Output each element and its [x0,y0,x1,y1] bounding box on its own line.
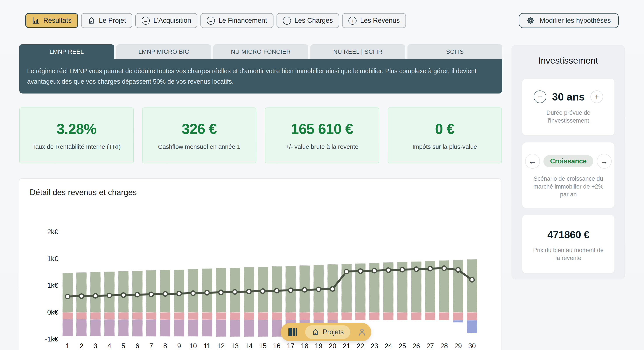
scenario-card: ← Croissance → Scénario de croissance du… [522,142,614,208]
cashflow-point [316,287,321,292]
metric-card-plus-value: 165 610 € +/- value brute à la revente [265,107,379,163]
scenario-value-badge: Croissance [544,155,593,167]
cashflow-point [330,287,335,291]
tab-nu-micro-foncier[interactable]: NU MICRO FONCIER [213,44,308,59]
nav-button-label: Le Financement [218,16,267,24]
resale-price-value: 471860 € [548,229,589,241]
cashflow-point [344,269,349,274]
cashflow-point [260,289,265,293]
nav-button-revenus[interactable]: ↑ Les Revenus [342,13,406,28]
cashflow-point [274,289,279,293]
home-icon [88,16,95,24]
cashflow-point [442,266,446,270]
cashflow-point [93,294,98,298]
cashflow-point [219,290,223,295]
nav-button-label: Les Revenus [360,16,400,24]
tab-sci-is[interactable]: SCI IS [408,44,502,59]
cashflow-point [288,288,293,293]
arrow-right-circle-icon: → [207,16,215,25]
cashflow-point [121,293,126,297]
scenario-prev-button[interactable]: ← [525,154,540,169]
cashflow-point [205,291,209,295]
nav-button-label: Les Charges [294,16,333,24]
bar-chart-icon [32,16,40,24]
duration-caption: Durée prévue de l'investissement [536,109,601,124]
nav-button-resultats[interactable]: Résultats [25,13,78,28]
cashflow-point [135,293,140,297]
cashflow-point [414,267,418,271]
person-icon[interactable] [358,328,366,337]
metric-value: 0 € [435,121,454,137]
nav-button-charges[interactable]: ↓ Les Charges [276,13,339,28]
metric-card-impots: 0 € Impôts sur la plus-value [388,107,502,163]
resale-price-caption: Prix du bien au moment de la revente [532,246,604,262]
cashflow-point [79,294,84,299]
duration-card: − 30 ans + Durée prévue de l'investissem… [522,79,614,135]
nav-button-label: L'Acquisition [153,16,191,24]
arrow-up-circle-icon: ↑ [348,16,356,25]
revenue-expenses-chart: 2k€1k€1k€0k€-1k€123456789101112131415161… [19,179,501,350]
metric-card-tri: 3.28% Taux de Rentabilité Interne (TRI) [19,107,134,163]
revenue-chart-card: Détail des revenus et charges 2k€1k€1k€0… [19,178,502,350]
regime-description: Le régime réel LMNP vous permet de dédui… [19,59,502,93]
modify-hypotheses-label: Modifier les hypothèses [540,16,611,24]
metric-value: 165 610 € [291,121,353,137]
bottom-dock: Projets [281,323,371,341]
nav-button-label: Le Projet [99,16,126,24]
cashflow-point [470,278,474,282]
scenario-caption: Scénario de croissance du marché immobil… [532,175,604,198]
cashflow-point [163,292,168,296]
cashflow-point [400,267,404,272]
cashflow-point [191,291,195,295]
cashflow-point [302,288,307,292]
cashflow-point [107,293,112,298]
tab-lmnp-micro-bic[interactable]: LMNP MICRO BIC [116,44,211,59]
nav-button-le-projet[interactable]: Le Projet [81,13,132,28]
metric-label: Taux de Rentabilité Interne (TRI) [32,143,121,150]
scenario-next-button[interactable]: → [597,154,612,169]
duration-plus-button[interactable]: + [590,90,603,103]
arrow-down-circle-icon: ↓ [283,16,291,25]
cashflow-point [386,268,390,272]
nav-button-financement[interactable]: → Le Financement [200,13,273,28]
projects-button[interactable]: Projets [305,325,350,339]
sidebar-title: Investissement [512,55,624,66]
home-icon [312,328,319,336]
gear-icon [527,17,534,24]
cashflow-point [149,292,154,297]
metric-card-cashflow: 326 € Cashflow mensuel en année 1 [142,107,257,163]
resale-price-card: 471860 € Prix du bien au moment de la re… [522,215,614,273]
cashflow-point [428,267,432,271]
tab-nu-reel-sci-ir[interactable]: NU REEL | SCI IR [310,44,405,59]
cashflow-point [233,290,237,294]
metric-cards: 3.28% Taux de Rentabilité Interne (TRI) … [19,107,502,163]
cashflow-line [68,268,472,297]
arrow-left-circle-icon: ← [142,16,150,25]
duration-minus-button[interactable]: − [534,90,546,103]
metric-value: 3.28% [56,121,96,137]
cashflow-point [372,269,377,273]
metric-label: +/- value brute à la revente [286,143,358,150]
cashflow-point [65,294,70,299]
kanban-columns-icon[interactable] [288,328,298,337]
nav-button-label: Résultats [43,16,72,24]
top-navigation: Résultats Le Projet ← L'Acquisition → Le… [25,13,406,28]
projects-label: Projets [323,328,344,336]
duration-value: 30 ans [552,91,584,103]
cashflow-point [456,268,460,272]
metric-label: Impôts sur la plus-value [412,143,477,150]
modify-hypotheses-button[interactable]: Modifier les hypothèses [519,13,619,28]
nav-button-acquisition[interactable]: ← L'Acquisition [135,13,198,28]
cashflow-point [246,289,251,294]
cashflow-point [358,269,363,273]
investment-sidebar: Investissement − 30 ans + Durée prévue d… [512,45,625,280]
cashflow-point [177,292,181,296]
metric-label: Cashflow mensuel en année 1 [158,143,240,150]
cashflow-line-layer [19,179,501,350]
tab-lmnp-reel[interactable]: LMNP REEL [19,44,114,59]
regime-tabs: LMNP REEL LMNP MICRO BIC NU MICRO FONCIE… [19,44,502,59]
metric-value: 326 € [182,121,217,137]
